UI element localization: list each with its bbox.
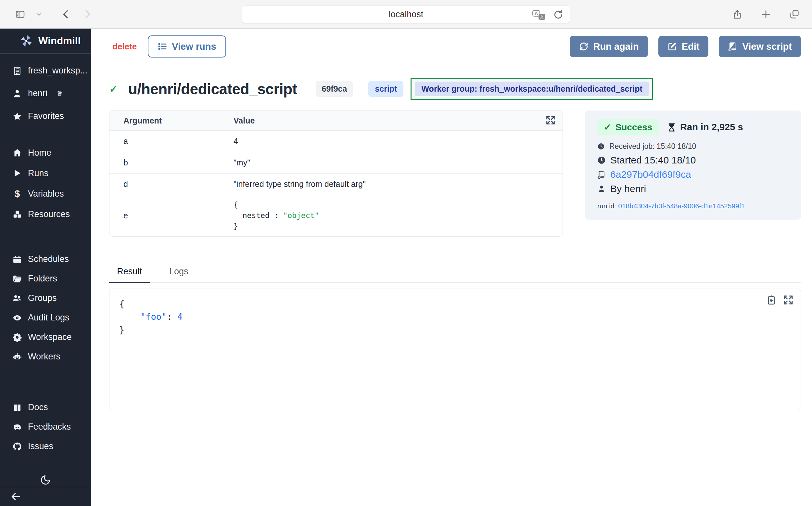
args-header-value: Value bbox=[233, 116, 563, 125]
view-runs-label: View runs bbox=[172, 41, 216, 52]
sidebar-item-variables[interactable]: $ Variables bbox=[0, 184, 91, 204]
star-icon bbox=[12, 111, 22, 121]
arguments-table: Argument Value a 4 b "my" d "inferred ty… bbox=[109, 110, 563, 237]
scroll-icon bbox=[597, 170, 606, 179]
address-bar[interactable]: localhost A 文 bbox=[242, 5, 570, 23]
sidebar-label-feedbacks: Feedbacks bbox=[28, 422, 71, 432]
sidebar-item-runs[interactable]: Runs bbox=[0, 163, 91, 184]
toolbar-separator bbox=[50, 8, 50, 21]
view-script-button[interactable]: View script bbox=[719, 36, 801, 57]
forward-button[interactable] bbox=[82, 8, 93, 20]
worker-group-box: Worker group: fresh_workspace:u/henri/de… bbox=[411, 78, 653, 100]
eye-icon bbox=[12, 313, 22, 323]
table-row: a 4 bbox=[109, 130, 563, 152]
sidebar-label-audit-logs: Audit Logs bbox=[28, 313, 70, 323]
sidebar-item-workers[interactable]: Workers bbox=[0, 347, 91, 366]
new-tab-icon[interactable] bbox=[760, 8, 772, 20]
edit-icon bbox=[668, 41, 677, 51]
building-icon bbox=[12, 66, 22, 76]
status-badge: ✓ Success bbox=[597, 119, 659, 136]
dollar-icon: $ bbox=[12, 189, 22, 198]
sidebar-item-feedbacks[interactable]: Feedbacks bbox=[0, 417, 91, 437]
refresh-icon bbox=[579, 41, 589, 51]
page-title: u/henri/dedicated_script bbox=[128, 80, 297, 98]
worker-group-chip[interactable]: Worker group: fresh_workspace:u/henri/de… bbox=[415, 82, 648, 96]
windmill-logo-text: Windmill bbox=[38, 35, 81, 47]
clock-icon bbox=[597, 156, 606, 164]
boxes-icon bbox=[12, 209, 22, 219]
duration-text: Ran in 2,925 s bbox=[680, 122, 743, 133]
hourglass-icon bbox=[667, 123, 676, 132]
sidebar-item-favorites[interactable]: Favorites bbox=[0, 105, 91, 128]
crown-icon: ♛ bbox=[57, 89, 63, 98]
sidebar: Windmill fresh_worksp... henri ♛ bbox=[0, 28, 91, 506]
sidebar-item-workspace-picker[interactable]: fresh_worksp... bbox=[0, 60, 91, 82]
sidebar-item-workspace-settings[interactable]: Workspace bbox=[0, 328, 91, 347]
delete-button[interactable]: delete bbox=[112, 41, 137, 52]
user-name: henri bbox=[28, 88, 47, 98]
script-hash-link[interactable]: 6a297b04df69f9ca bbox=[610, 169, 691, 180]
user-icon bbox=[12, 89, 22, 98]
sidebar-label-runs: Runs bbox=[28, 168, 48, 178]
run-id-link[interactable]: 018b4304-7b3f-548a-9006-d1e1452599f1 bbox=[618, 202, 745, 209]
sidebar-item-resources[interactable]: Resources bbox=[0, 204, 91, 225]
expand-args-icon[interactable] bbox=[546, 115, 557, 126]
reload-icon[interactable] bbox=[552, 9, 564, 20]
result-json: { "foo": 4} bbox=[119, 298, 791, 336]
table-row: b "my" bbox=[109, 152, 563, 173]
folder-icon bbox=[12, 274, 22, 284]
table-row: e { nested : "object"} bbox=[109, 195, 563, 236]
sidebar-item-folders[interactable]: Folders bbox=[0, 269, 91, 288]
gear-icon bbox=[12, 332, 22, 342]
sidebar-item-audit-logs[interactable]: Audit Logs bbox=[0, 308, 91, 328]
arg-name: e bbox=[109, 211, 233, 220]
user-icon bbox=[597, 185, 606, 193]
arg-name: b bbox=[109, 158, 233, 167]
view-runs-button[interactable]: View runs bbox=[148, 35, 226, 58]
job-status-panel: ✓ Success Ran in 2,925 s Received job: 1… bbox=[585, 110, 801, 220]
sidebar-item-groups[interactable]: Groups bbox=[0, 288, 91, 308]
sidebar-toggle-icon[interactable] bbox=[14, 8, 26, 20]
tab-result[interactable]: Result bbox=[109, 266, 150, 283]
sidebar-item-user[interactable]: henri ♛ bbox=[0, 82, 91, 105]
home-icon bbox=[12, 148, 22, 158]
args-header-argument: Argument bbox=[109, 116, 233, 125]
sidebar-divider-top bbox=[0, 53, 91, 54]
discord-icon bbox=[12, 422, 22, 432]
sidebar-item-issues[interactable]: Issues bbox=[0, 437, 91, 456]
script-kind-chip: script bbox=[368, 81, 403, 97]
sidebar-item-home[interactable]: Home bbox=[0, 143, 91, 163]
edit-button[interactable]: Edit bbox=[658, 36, 709, 57]
share-icon[interactable] bbox=[731, 8, 743, 20]
back-button[interactable] bbox=[60, 8, 72, 20]
tab-overview-icon[interactable] bbox=[789, 8, 800, 20]
translate-icon[interactable]: A 文 bbox=[532, 9, 545, 20]
started-text: Started 15:40 18/10 bbox=[610, 155, 696, 166]
collapse-sidebar-button[interactable] bbox=[8, 489, 23, 504]
list-icon bbox=[158, 41, 167, 51]
copy-to-clipboard-icon[interactable] bbox=[766, 295, 777, 305]
expand-result-icon[interactable] bbox=[783, 295, 794, 305]
sidebar-item-docs[interactable]: Docs bbox=[0, 398, 91, 417]
received-text: Received job: 15:40 18/10 bbox=[609, 142, 696, 151]
sidebar-item-schedules[interactable]: Schedules bbox=[0, 250, 91, 269]
chevron-down-icon[interactable] bbox=[36, 8, 42, 20]
arg-value-object: { nested : "object"} bbox=[233, 195, 563, 236]
main-content: delete View runs Run again Edit View scr… bbox=[91, 28, 812, 506]
table-row: d "inferred type string from default arg… bbox=[109, 173, 563, 195]
tab-logs[interactable]: Logs bbox=[169, 266, 188, 282]
book-icon bbox=[12, 403, 22, 412]
scroll-icon bbox=[728, 41, 738, 51]
script-hash-line: 6a297b04df69f9ca bbox=[597, 169, 789, 180]
windmill-logo[interactable]: Windmill bbox=[0, 28, 91, 53]
workspace-name: fresh_worksp... bbox=[28, 66, 87, 76]
title-row: ✓ u/henri/dedicated_script 69f9ca script… bbox=[109, 78, 801, 100]
sidebar-label-groups: Groups bbox=[28, 293, 57, 303]
translate-wen-bubble: 文 bbox=[538, 14, 545, 20]
favorites-label: Favorites bbox=[28, 111, 64, 121]
script-hash-chip[interactable]: 69f9ca bbox=[316, 81, 353, 97]
run-id-row: run id: 018b4304-7b3f-548a-9006-d1e14525… bbox=[597, 202, 789, 210]
run-again-button[interactable]: Run again bbox=[570, 36, 648, 57]
dark-mode-toggle[interactable] bbox=[39, 473, 52, 487]
arg-value: "inferred type string from default arg" bbox=[233, 179, 563, 189]
